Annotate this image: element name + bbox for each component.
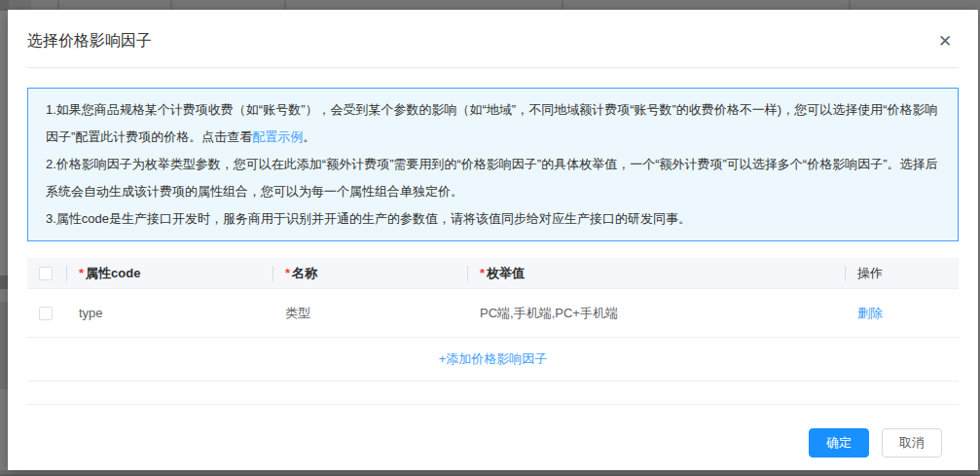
table-bottom-border xyxy=(27,382,959,405)
info-notice-box: 1.如果您商品规格某个计费项收费（如“账号数”），会受到某个参数的影响（如“地域… xyxy=(27,88,959,241)
required-asterisk: * xyxy=(480,266,485,280)
config-example-link[interactable]: 配置示例 xyxy=(252,129,303,144)
header-action: 操作 xyxy=(845,265,959,282)
row-code-cell: type xyxy=(66,306,272,320)
table-row: type 类型 PC端,手机端,PC+手机端 删除 xyxy=(27,289,959,338)
header-code: * 属性code xyxy=(66,265,272,282)
price-factor-table: * 属性code * 名称 * 枚举值 操作 type 类型 xyxy=(27,258,959,405)
column-separator xyxy=(845,266,846,281)
required-asterisk: * xyxy=(79,266,84,280)
select-price-factor-dialog: 选择价格影响因子 ✕ 1.如果您商品规格某个计费项收费（如“账号数”），会受到某… xyxy=(8,10,978,470)
column-separator xyxy=(272,266,273,281)
column-separator xyxy=(467,266,468,281)
row-name-cell: 类型 xyxy=(272,305,467,322)
header-name-label: 名称 xyxy=(292,265,317,282)
cancel-button[interactable]: 取消 xyxy=(882,428,942,458)
header-enum: * 枚举值 xyxy=(467,265,845,282)
confirm-button[interactable]: 确定 xyxy=(809,428,869,458)
header-code-label: 属性code xyxy=(86,265,140,282)
header-action-label: 操作 xyxy=(857,265,883,282)
header-name: * 名称 xyxy=(272,265,467,282)
close-icon[interactable]: ✕ xyxy=(933,29,957,53)
delete-link[interactable]: 删除 xyxy=(857,305,883,322)
required-asterisk: * xyxy=(285,266,290,280)
row-checkbox[interactable] xyxy=(39,307,53,320)
notice-line-2: 2.价格影响因子为枚举类型参数，您可以在此添加“额外计费项”需要用到的“价格影响… xyxy=(46,151,940,205)
add-factor-row: +添加价格影响因子 xyxy=(27,338,959,382)
column-separator xyxy=(66,266,67,281)
dialog-title: 选择价格影响因子 xyxy=(27,31,959,51)
row-checkbox-cell xyxy=(27,307,66,320)
row-enum-cell: PC端,手机端,PC+手机端 xyxy=(467,305,845,322)
notice-line-1-suffix: 。 xyxy=(303,129,315,144)
table-header-row: * 属性code * 名称 * 枚举值 操作 xyxy=(27,258,959,289)
header-checkbox-cell xyxy=(27,267,66,280)
dialog-footer: 确定 取消 xyxy=(27,428,959,458)
dialog-header: 选择价格影响因子 ✕ xyxy=(27,10,959,68)
add-price-factor-link[interactable]: +添加价格影响因子 xyxy=(439,350,548,368)
select-all-checkbox[interactable] xyxy=(39,267,53,280)
notice-line-1-text: 1.如果您商品规格某个计费项收费（如“账号数”），会受到某个参数的影响（如“地域… xyxy=(46,102,937,144)
header-enum-label: 枚举值 xyxy=(487,265,525,282)
row-action-cell: 删除 xyxy=(845,305,959,322)
notice-line-1: 1.如果您商品规格某个计费项收费（如“账号数”），会受到某个参数的影响（如“地域… xyxy=(46,96,940,151)
notice-line-3: 3.属性code是生产接口开发时，服务商用于识别并开通的生产的参数值，请将该值同… xyxy=(46,205,940,233)
